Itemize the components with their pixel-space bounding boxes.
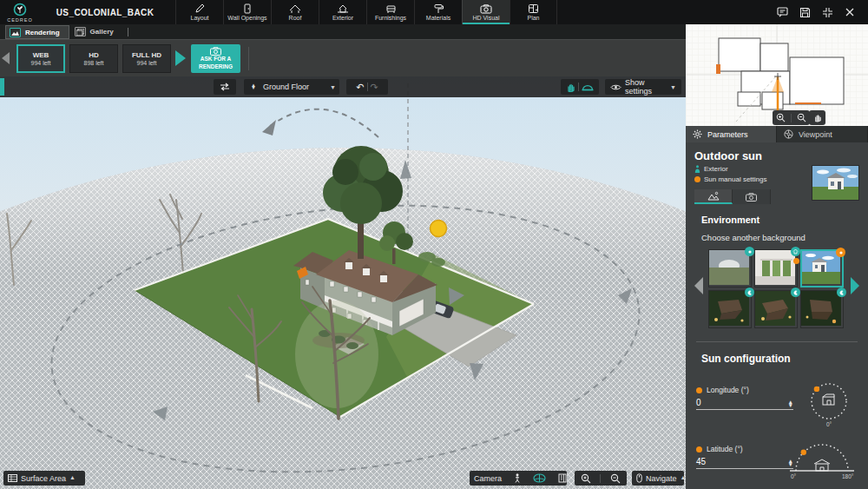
moon-badge-icon	[745, 287, 754, 297]
zoom-group	[575, 471, 627, 486]
refresh-view-button[interactable]	[214, 79, 236, 95]
tab-viewpoint[interactable]: Viewpoint	[777, 126, 868, 142]
save-icon[interactable]	[799, 6, 811, 18]
tab-rendering[interactable]: Rendering	[5, 25, 69, 39]
swap-arrows-icon	[214, 83, 236, 91]
feedback-icon[interactable]	[776, 6, 788, 18]
menu-item-materials[interactable]: Materials	[414, 0, 462, 24]
chevron-down-icon: ▼	[330, 84, 336, 90]
zoom-in-icon[interactable]	[776, 113, 786, 122]
show-settings-button[interactable]: Show settings ▼	[605, 79, 681, 95]
choose-background-label: Choose another background	[701, 233, 859, 242]
panel-handle[interactable]	[0, 78, 4, 96]
dome-view-icon[interactable]	[582, 83, 594, 91]
minimap-pan-button[interactable]	[809, 110, 825, 125]
sun-indicator	[431, 221, 447, 237]
elevation-view-icon[interactable]	[558, 473, 567, 483]
undo-icon[interactable]: ↶	[356, 82, 364, 93]
zoom-out-icon[interactable]	[610, 473, 621, 484]
moon-badge-icon	[837, 287, 846, 297]
background-carousel	[694, 249, 859, 331]
floor-selector[interactable]: ▲▼ Ground Floor ▼	[244, 79, 339, 95]
panel-title: Outdoor sun	[694, 149, 859, 162]
latitude-input[interactable]: 45	[696, 457, 788, 466]
app-logo[interactable]: CEDREO	[0, 0, 40, 24]
current-render-preview[interactable]	[812, 165, 859, 201]
zoom-out-icon[interactable]	[797, 113, 806, 122]
background-option-white-interior[interactable]	[754, 249, 798, 287]
menu-item-plan[interactable]: Plan	[510, 0, 557, 24]
menu-item-furnishings[interactable]: Furnishings	[366, 0, 414, 24]
aperture-icon	[784, 129, 793, 139]
background-thumbnails	[708, 249, 849, 328]
menu-item-hd-visual[interactable]: HD Visual	[462, 0, 510, 24]
render-option-full-hd[interactable]: FULL HD 994 left	[122, 44, 171, 73]
house-badge-icon	[791, 247, 800, 256]
floorplan-minimap[interactable]	[686, 24, 868, 126]
carousel-right-arrow[interactable]	[851, 277, 859, 294]
longitude-stepper[interactable]: ▲▼	[788, 400, 793, 407]
render-option-web[interactable]: WEB 994 left	[16, 44, 65, 73]
table-icon	[8, 474, 17, 482]
longitude-input[interactable]: 0	[696, 398, 788, 407]
panel-tab-bar: Parameters Viewpoint	[686, 126, 868, 142]
background-option-dusk-aerial-1[interactable]	[708, 290, 752, 328]
gallery-icon	[75, 27, 86, 36]
render-option-hd[interactable]: HD 898 left	[69, 44, 118, 73]
background-option-overcast-field[interactable]	[708, 249, 752, 287]
carousel-left-arrow[interactable]	[694, 277, 703, 294]
chevron-down-icon: ▼	[670, 84, 676, 90]
house-front-icon	[814, 459, 830, 471]
pan-hand-icon[interactable]	[566, 83, 575, 92]
moon-badge-icon	[791, 287, 800, 297]
arrow-right-icon	[175, 50, 186, 66]
camera-mode-group: Camera	[470, 471, 567, 486]
3d-viewport[interactable]: ▲▼ Ground Floor ▼ ↶ ↷ Show settings ▼	[0, 76, 686, 489]
surface-area-button[interactable]: Surface Area ▲	[3, 471, 85, 486]
subtab-camera[interactable]	[733, 189, 771, 204]
view-mode-group	[561, 79, 599, 95]
navigate-button[interactable]: Navigate ▲	[632, 471, 684, 486]
walkthrough-person-icon[interactable]	[514, 473, 521, 483]
tab-gallery[interactable]: Gallery	[71, 24, 122, 39]
floor-selector-value: Ground Floor	[260, 83, 330, 91]
scroll-left-chevron-icon[interactable]	[2, 52, 10, 64]
rendering-image-icon	[10, 28, 21, 37]
floor-stepper-icon[interactable]: ▲▼	[247, 84, 260, 90]
exit-fullscreen-icon[interactable]	[821, 6, 833, 18]
svg-text:180°: 180°	[842, 473, 854, 479]
ask-for-rendering-button[interactable]: ASK FOR A RENDERING	[191, 44, 240, 73]
close-icon[interactable]	[844, 6, 856, 18]
redo-icon[interactable]: ↷	[371, 82, 378, 93]
view-tab-bar: Rendering Gallery	[0, 24, 686, 39]
menu-item-layout[interactable]: Layout	[175, 0, 223, 24]
blueprint-icon	[528, 3, 539, 14]
longitude-dial[interactable]: 0°	[800, 379, 858, 429]
camera-icon	[480, 3, 492, 14]
sun-badge-icon	[836, 248, 845, 257]
sun-position-dot	[814, 387, 819, 392]
pencil-icon	[194, 3, 206, 14]
render-options-bar: WEB 994 left HD 898 left FULL HD 994 lef…	[0, 39, 686, 76]
orange-dot-icon	[696, 446, 702, 453]
svg-text:0°: 0°	[826, 421, 832, 427]
tab-parameters[interactable]: Parameters	[686, 126, 777, 142]
sun-position-dot	[801, 450, 806, 455]
panel-body: Outdoor sun Exterior Sun manual settings	[686, 142, 868, 489]
menu-item-roof[interactable]: Roof	[271, 0, 319, 24]
background-option-day-sky[interactable]	[800, 249, 844, 287]
tab-divider	[128, 28, 128, 36]
3d-scene	[0, 76, 686, 489]
sun-configuration-title: Sun configuration	[701, 353, 859, 365]
menu-item-wall-openings[interactable]: Wall Openings	[223, 0, 271, 24]
background-option-dusk-aerial-3[interactable]	[800, 290, 844, 328]
latitude-dial[interactable]: 0° 180°	[785, 441, 859, 481]
mouse-icon	[636, 473, 642, 483]
zoom-in-icon[interactable]	[581, 473, 591, 484]
orbit-dome-icon[interactable]	[533, 473, 546, 483]
subtab-environment[interactable]	[694, 189, 733, 204]
background-option-dusk-aerial-2[interactable]	[754, 290, 798, 328]
section-divider	[696, 341, 858, 342]
menu-item-exterior[interactable]: Exterior	[319, 0, 366, 24]
camera-mode-label[interactable]: Camera	[474, 474, 502, 483]
